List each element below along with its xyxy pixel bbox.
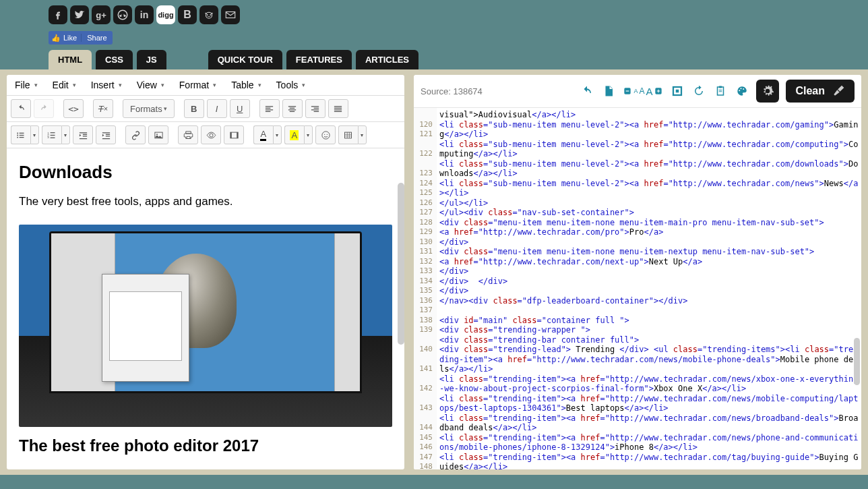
media-button[interactable] bbox=[224, 125, 244, 144]
formats-dropdown[interactable]: Formats bbox=[123, 99, 175, 118]
broom-icon bbox=[832, 84, 845, 98]
main-tabs: HTML CSS JS QUICK TOUR FEATURES ARTICLES bbox=[49, 50, 819, 69]
svg-point-2 bbox=[207, 14, 208, 16]
svg-rect-14 bbox=[51, 132, 55, 133]
svg-point-7 bbox=[17, 132, 18, 134]
menu-table[interactable]: Table bbox=[231, 80, 261, 90]
src-new-button[interactable] bbox=[601, 84, 616, 98]
font-size-icon: A bbox=[633, 88, 638, 94]
src-undo-button[interactable] bbox=[580, 84, 594, 98]
bold-button[interactable]: B bbox=[184, 99, 204, 118]
twitter-icon[interactable] bbox=[70, 5, 89, 24]
svg-point-11 bbox=[17, 136, 18, 138]
settings-button[interactable] bbox=[756, 80, 779, 103]
svg-point-41 bbox=[739, 90, 741, 91]
numbered-list-dropdown[interactable]: ▾ bbox=[61, 125, 70, 144]
src-clipboard-button[interactable] bbox=[713, 84, 728, 98]
source-code-button[interactable]: <> bbox=[63, 99, 84, 118]
font-smaller-button[interactable] bbox=[623, 84, 632, 98]
tab-js[interactable]: JS bbox=[137, 50, 166, 69]
thumb-up-icon: 👍 bbox=[49, 34, 63, 42]
svg-point-0 bbox=[118, 10, 127, 20]
svg-rect-22 bbox=[230, 132, 231, 138]
source-label: Source: 138674 bbox=[421, 86, 483, 96]
svg-rect-8 bbox=[20, 132, 24, 133]
redo-button[interactable] bbox=[34, 99, 54, 118]
svg-rect-23 bbox=[237, 132, 238, 138]
svg-point-43 bbox=[743, 88, 745, 90]
source-code-area[interactable]: 120121 122 12312412512612712812913013113… bbox=[414, 107, 861, 469]
table-dropdown[interactable]: ▾ bbox=[358, 125, 367, 144]
editor-toolbar-1: <> T× Formats B I U bbox=[7, 96, 404, 122]
align-center-button[interactable] bbox=[282, 99, 303, 118]
menu-file[interactable]: File bbox=[15, 80, 38, 90]
text-color-dropdown[interactable]: ▾ bbox=[273, 125, 282, 144]
tab-articles[interactable]: ARTICLES bbox=[356, 50, 418, 69]
tab-css[interactable]: CSS bbox=[96, 50, 133, 69]
svg-rect-33 bbox=[626, 90, 629, 91]
svg-rect-38 bbox=[719, 86, 722, 88]
outdent-button[interactable] bbox=[73, 125, 93, 144]
digg-icon[interactable]: digg bbox=[156, 5, 175, 24]
facebook-icon[interactable] bbox=[49, 5, 67, 24]
linkedin-icon[interactable]: in bbox=[135, 5, 154, 24]
article-image bbox=[19, 225, 392, 427]
editor-scrollbar[interactable] bbox=[398, 183, 404, 345]
stumbleupon-icon[interactable] bbox=[113, 5, 132, 24]
svg-rect-6 bbox=[226, 12, 235, 18]
align-justify-button[interactable] bbox=[328, 99, 348, 118]
clean-label: Clean bbox=[795, 85, 825, 97]
menu-view[interactable]: View bbox=[137, 80, 164, 90]
menu-format[interactable]: Format bbox=[179, 80, 216, 90]
email-icon[interactable] bbox=[221, 5, 240, 24]
numbered-list-button[interactable]: 123 bbox=[42, 125, 61, 144]
align-left-button[interactable] bbox=[259, 99, 280, 118]
font-larger-button[interactable] bbox=[654, 84, 663, 98]
svg-point-25 bbox=[324, 134, 325, 134]
tab-html[interactable]: HTML bbox=[49, 50, 92, 69]
source-scrollbar[interactable] bbox=[854, 338, 860, 385]
article-title: The best free photo editor 2017 bbox=[19, 436, 392, 455]
tab-quick-tour[interactable]: QUICK TOUR bbox=[208, 50, 282, 69]
menu-insert[interactable]: Insert bbox=[91, 80, 122, 90]
reddit-icon[interactable] bbox=[199, 5, 218, 24]
content-heading: Downloads bbox=[19, 162, 392, 183]
undo-button[interactable] bbox=[11, 99, 31, 118]
background-color-button[interactable]: A bbox=[284, 125, 304, 144]
table-button[interactable] bbox=[338, 125, 358, 144]
svg-rect-10 bbox=[20, 134, 24, 135]
editor-canvas[interactable]: Downloads The very best free tools, apps… bbox=[7, 148, 404, 469]
editor-toolbar-2: ▾ 123▾ A▾ A▾ ▾ bbox=[7, 122, 404, 148]
facebook-like-widget[interactable]: 👍 Like Share bbox=[49, 31, 113, 45]
text-color-button[interactable]: A bbox=[253, 125, 273, 144]
svg-point-26 bbox=[326, 134, 327, 134]
indent-button[interactable] bbox=[96, 125, 116, 144]
image-button[interactable] bbox=[148, 125, 168, 144]
bullet-list-dropdown[interactable]: ▾ bbox=[30, 125, 39, 144]
italic-button[interactable]: I bbox=[207, 99, 227, 118]
google-plus-icon[interactable]: g+ bbox=[92, 5, 111, 24]
tab-features[interactable]: FEATURES bbox=[286, 50, 352, 69]
preview-button[interactable] bbox=[201, 125, 221, 144]
underline-button[interactable]: U bbox=[230, 99, 250, 118]
social-share-row: g+ in digg B bbox=[49, 5, 819, 24]
source-panel: Source: 138674 AAA Clean bbox=[414, 75, 861, 469]
align-right-button[interactable] bbox=[305, 99, 326, 118]
emoticons-button[interactable] bbox=[315, 125, 336, 144]
blogger-icon[interactable]: B bbox=[178, 5, 197, 24]
menu-tools[interactable]: Tools bbox=[276, 80, 306, 90]
svg-rect-16 bbox=[51, 134, 55, 135]
menu-edit[interactable]: Edit bbox=[53, 80, 76, 90]
link-button[interactable] bbox=[125, 125, 146, 144]
bullet-list-button[interactable] bbox=[11, 125, 30, 144]
src-compress-button[interactable] bbox=[670, 84, 685, 98]
src-refresh-button[interactable] bbox=[691, 84, 706, 98]
background-color-dropdown[interactable]: ▾ bbox=[304, 125, 313, 144]
line-gutter: 120121 122 12312412512612712812913013113… bbox=[414, 108, 437, 469]
font-size-group: AAA bbox=[623, 84, 663, 98]
clean-button[interactable]: Clean bbox=[786, 80, 855, 103]
print-button[interactable] bbox=[178, 125, 198, 144]
src-palette-button[interactable] bbox=[735, 84, 749, 98]
svg-point-9 bbox=[17, 134, 18, 136]
clear-formatting-button[interactable]: T× bbox=[93, 99, 113, 118]
